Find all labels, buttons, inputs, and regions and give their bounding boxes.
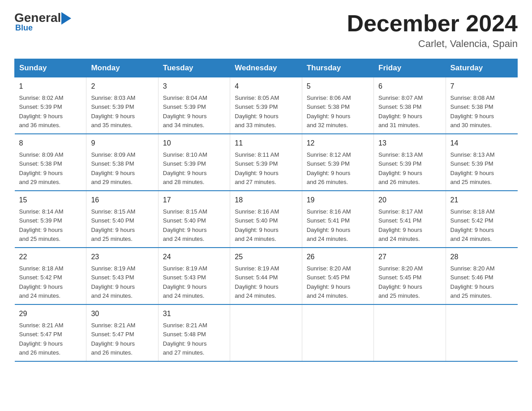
- day-number: 20: [378, 195, 441, 206]
- calendar-cell: 27 Sunrise: 8:20 AMSunset: 5:45 PMDaylig…: [374, 248, 446, 304]
- calendar-cell: 3 Sunrise: 8:04 AMSunset: 5:39 PMDayligh…: [158, 77, 230, 134]
- calendar-table: SundayMondayTuesdayWednesdayThursdayFrid…: [14, 59, 518, 362]
- logo-sub-text: Blue: [15, 23, 33, 33]
- day-number: 29: [19, 308, 82, 319]
- calendar-cell: 7 Sunrise: 8:08 AMSunset: 5:38 PMDayligh…: [446, 77, 517, 134]
- calendar-cell: 18 Sunrise: 8:16 AMSunset: 5:40 PMDaylig…: [230, 191, 302, 248]
- day-number: 26: [307, 252, 369, 262]
- day-info: Sunrise: 8:21 AMSunset: 5:48 PMDaylight:…: [163, 322, 207, 356]
- calendar-cell: 29 Sunrise: 8:21 AMSunset: 5:47 PMDaylig…: [15, 304, 86, 361]
- day-number: 11: [235, 138, 297, 149]
- day-number: 15: [19, 195, 82, 206]
- calendar-cell: 1 Sunrise: 8:02 AMSunset: 5:39 PMDayligh…: [15, 77, 86, 134]
- calendar-cell: 31 Sunrise: 8:21 AMSunset: 5:48 PMDaylig…: [158, 304, 230, 361]
- calendar-week-row: 22 Sunrise: 8:18 AMSunset: 5:42 PMDaylig…: [15, 248, 518, 304]
- location-title: Carlet, Valencia, Spain: [347, 38, 518, 50]
- day-info: Sunrise: 8:18 AMSunset: 5:42 PMDaylight:…: [19, 265, 64, 299]
- calendar-cell: 9 Sunrise: 8:09 AMSunset: 5:38 PMDayligh…: [86, 134, 158, 191]
- day-number: 13: [378, 138, 441, 149]
- day-info: Sunrise: 8:16 AMSunset: 5:41 PMDaylight:…: [307, 208, 351, 242]
- calendar-cell: 30 Sunrise: 8:21 AMSunset: 5:47 PMDaylig…: [86, 304, 158, 361]
- day-number: 28: [450, 252, 513, 262]
- col-header-thursday: Thursday: [302, 59, 373, 77]
- day-number: 7: [450, 81, 513, 92]
- day-number: 4: [235, 81, 297, 92]
- day-info: Sunrise: 8:15 AMSunset: 5:40 PMDaylight:…: [163, 208, 207, 242]
- calendar-cell: 6 Sunrise: 8:07 AMSunset: 5:38 PMDayligh…: [374, 77, 446, 134]
- calendar-cell: 22 Sunrise: 8:18 AMSunset: 5:42 PMDaylig…: [15, 248, 86, 304]
- day-info: Sunrise: 8:19 AMSunset: 5:44 PMDaylight:…: [235, 265, 279, 299]
- calendar-cell: 20 Sunrise: 8:17 AMSunset: 5:41 PMDaylig…: [374, 191, 446, 248]
- calendar-week-row: 15 Sunrise: 8:14 AMSunset: 5:39 PMDaylig…: [15, 191, 518, 248]
- day-info: Sunrise: 8:21 AMSunset: 5:47 PMDaylight:…: [91, 322, 135, 356]
- day-info: Sunrise: 8:18 AMSunset: 5:42 PMDaylight:…: [450, 208, 495, 242]
- calendar-cell: 23 Sunrise: 8:19 AMSunset: 5:43 PMDaylig…: [86, 248, 158, 304]
- day-number: 19: [307, 195, 369, 206]
- calendar-cell: 21 Sunrise: 8:18 AMSunset: 5:42 PMDaylig…: [446, 191, 517, 248]
- day-info: Sunrise: 8:02 AMSunset: 5:39 PMDaylight:…: [19, 94, 64, 128]
- day-info: Sunrise: 8:07 AMSunset: 5:38 PMDaylight:…: [378, 94, 423, 128]
- calendar-header-row: SundayMondayTuesdayWednesdayThursdayFrid…: [15, 59, 518, 77]
- day-number: 2: [91, 81, 153, 92]
- day-info: Sunrise: 8:16 AMSunset: 5:40 PMDaylight:…: [235, 208, 279, 242]
- day-number: 8: [19, 138, 82, 149]
- day-number: 18: [235, 195, 297, 206]
- calendar-cell: 16 Sunrise: 8:15 AMSunset: 5:40 PMDaylig…: [86, 191, 158, 248]
- calendar-cell: 14 Sunrise: 8:13 AMSunset: 5:39 PMDaylig…: [446, 134, 517, 191]
- day-info: Sunrise: 8:11 AMSunset: 5:39 PMDaylight:…: [235, 151, 279, 185]
- calendar-cell: [302, 304, 373, 361]
- day-info: Sunrise: 8:12 AMSunset: 5:39 PMDaylight:…: [307, 151, 351, 185]
- col-header-saturday: Saturday: [446, 59, 517, 77]
- day-number: 24: [163, 252, 225, 262]
- calendar-cell: 24 Sunrise: 8:19 AMSunset: 5:43 PMDaylig…: [158, 248, 230, 304]
- day-info: Sunrise: 8:15 AMSunset: 5:40 PMDaylight:…: [91, 208, 135, 242]
- day-info: Sunrise: 8:20 AMSunset: 5:45 PMDaylight:…: [307, 265, 351, 299]
- day-number: 23: [91, 252, 153, 262]
- calendar-cell: 25 Sunrise: 8:19 AMSunset: 5:44 PMDaylig…: [230, 248, 302, 304]
- calendar-cell: 28 Sunrise: 8:20 AMSunset: 5:46 PMDaylig…: [446, 248, 517, 304]
- day-number: 5: [307, 81, 369, 92]
- month-title: December 2024: [347, 11, 518, 36]
- day-number: 12: [307, 138, 369, 149]
- svg-marker-0: [61, 12, 71, 25]
- calendar-cell: 5 Sunrise: 8:06 AMSunset: 5:38 PMDayligh…: [302, 77, 373, 134]
- calendar-week-row: 1 Sunrise: 8:02 AMSunset: 5:39 PMDayligh…: [15, 77, 518, 134]
- day-number: 30: [91, 308, 153, 319]
- day-info: Sunrise: 8:20 AMSunset: 5:45 PMDaylight:…: [378, 265, 423, 299]
- day-info: Sunrise: 8:08 AMSunset: 5:38 PMDaylight:…: [450, 94, 495, 128]
- calendar-week-row: 29 Sunrise: 8:21 AMSunset: 5:47 PMDaylig…: [15, 304, 518, 361]
- calendar-cell: 17 Sunrise: 8:15 AMSunset: 5:40 PMDaylig…: [158, 191, 230, 248]
- calendar-cell: 8 Sunrise: 8:09 AMSunset: 5:38 PMDayligh…: [15, 134, 86, 191]
- day-info: Sunrise: 8:13 AMSunset: 5:39 PMDaylight:…: [378, 151, 423, 185]
- calendar-cell: 12 Sunrise: 8:12 AMSunset: 5:39 PMDaylig…: [302, 134, 373, 191]
- page-header: General Blue December 2024 Carlet, Valen…: [14, 11, 518, 50]
- day-info: Sunrise: 8:10 AMSunset: 5:39 PMDaylight:…: [163, 151, 207, 185]
- day-info: Sunrise: 8:06 AMSunset: 5:38 PMDaylight:…: [307, 94, 351, 128]
- col-header-friday: Friday: [374, 59, 446, 77]
- calendar-cell: 26 Sunrise: 8:20 AMSunset: 5:45 PMDaylig…: [302, 248, 373, 304]
- day-number: 10: [163, 138, 225, 149]
- logo: General Blue: [14, 11, 71, 33]
- day-number: 22: [19, 252, 82, 262]
- col-header-wednesday: Wednesday: [230, 59, 302, 77]
- day-number: 27: [378, 252, 441, 262]
- day-number: 21: [450, 195, 513, 206]
- calendar-cell: 11 Sunrise: 8:11 AMSunset: 5:39 PMDaylig…: [230, 134, 302, 191]
- day-number: 9: [91, 138, 153, 149]
- calendar-cell: [446, 304, 517, 361]
- day-info: Sunrise: 8:09 AMSunset: 5:38 PMDaylight:…: [19, 151, 64, 185]
- calendar-cell: [374, 304, 446, 361]
- day-info: Sunrise: 8:19 AMSunset: 5:43 PMDaylight:…: [91, 265, 135, 299]
- day-number: 3: [163, 81, 225, 92]
- calendar-cell: 19 Sunrise: 8:16 AMSunset: 5:41 PMDaylig…: [302, 191, 373, 248]
- day-number: 25: [235, 252, 297, 262]
- day-number: 16: [91, 195, 153, 206]
- col-header-sunday: Sunday: [15, 59, 86, 77]
- day-info: Sunrise: 8:20 AMSunset: 5:46 PMDaylight:…: [450, 265, 495, 299]
- title-block: December 2024 Carlet, Valencia, Spain: [347, 11, 518, 50]
- day-info: Sunrise: 8:19 AMSunset: 5:43 PMDaylight:…: [163, 265, 207, 299]
- calendar-cell: 4 Sunrise: 8:05 AMSunset: 5:39 PMDayligh…: [230, 77, 302, 134]
- col-header-tuesday: Tuesday: [158, 59, 230, 77]
- calendar-week-row: 8 Sunrise: 8:09 AMSunset: 5:38 PMDayligh…: [15, 134, 518, 191]
- day-number: 6: [378, 81, 441, 92]
